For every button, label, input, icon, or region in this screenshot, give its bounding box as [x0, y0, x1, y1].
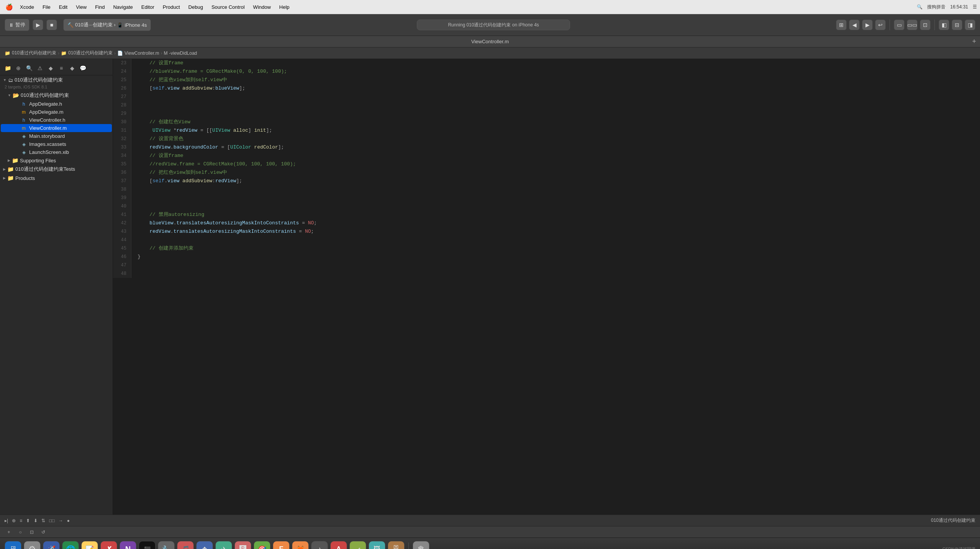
add-tab-button[interactable]: + — [972, 38, 976, 46]
menu-editor[interactable]: Editor — [138, 3, 158, 11]
dock-app4[interactable]: 🎯 — [254, 541, 270, 549]
breadcrumb-item-2[interactable]: 📄 ViewController.m — [117, 51, 159, 56]
sidebar-group-tests[interactable]: ▶ 📁 010通过代码创建约束Tests — [0, 165, 113, 174]
stop-button[interactable]: ⏸ 暂停 — [5, 19, 29, 31]
breadcrumb-item-3[interactable]: M -viewDidLoad — [164, 51, 197, 56]
sidebar-group-main[interactable]: ▼ 📂 010通过代码创建约束 — [0, 91, 113, 100]
sidebar-project-root[interactable]: ▼ 🗂 010通过代码创建约束 — [0, 75, 113, 85]
sidebar-test-icon[interactable]: ◆ — [46, 64, 55, 73]
menu-edit[interactable]: Edit — [55, 3, 71, 11]
debug-layout-btn[interactable]: □□ — [49, 518, 55, 523]
nav-back-icon[interactable]: ◀ — [849, 20, 860, 30]
apple-menu[interactable]: 🍎 — [3, 3, 15, 11]
dock-trash[interactable]: 🗑 — [413, 541, 429, 549]
dock-finder[interactable]: 🖥 — [5, 541, 21, 549]
debug-add-btn[interactable]: ⊕ — [12, 518, 16, 523]
breadcrumb-item-0[interactable]: 📁 010通过代码创建约束 — [5, 50, 56, 56]
dock-launchpad[interactable]: 🚀 — [43, 541, 60, 549]
sidebar-item-viewcontroller-h[interactable]: h ViewController.h — [1, 116, 112, 124]
dock-app8[interactable]: ⊿ — [349, 541, 366, 549]
line-content-35: //redView.frame = CGRectMake(100, 100, 1… — [131, 160, 980, 168]
dock-filezilla[interactable]: F — [273, 541, 290, 549]
menu-source-control[interactable]: Source Control — [208, 3, 249, 11]
sidebar-breakpoint-icon[interactable]: ◆ — [67, 64, 77, 73]
debug-location-btn[interactable]: → — [59, 518, 63, 523]
sidebar-search-icon[interactable]: 🔍 — [25, 64, 34, 73]
menu-product[interactable]: Product — [159, 3, 184, 11]
debug-continue-btn[interactable]: ▸| — [5, 518, 8, 523]
history-button[interactable]: ○ — [16, 528, 25, 536]
filter-button[interactable]: ⊡ — [28, 528, 36, 536]
scheme-selector[interactable]: 🔨 010通···创建约束 › 📱 iPhone 4s — [63, 19, 151, 31]
navigator-toggle-icon[interactable]: ◧ — [939, 20, 949, 30]
input-method-icon[interactable]: 🔍 — [917, 4, 923, 10]
method-icon: M — [164, 51, 168, 56]
menu-file[interactable]: File — [39, 3, 54, 11]
inspector-toggle-icon[interactable]: ◨ — [965, 20, 975, 30]
debug-list-btn[interactable]: ≡ — [20, 518, 22, 523]
menu-icon[interactable]: ☰ — [973, 4, 977, 10]
menu-debug[interactable]: Debug — [185, 3, 207, 11]
code-editor[interactable]: 23 // 设置frame 24 //blueView.frame = CGRe… — [113, 59, 980, 515]
debug-record-btn[interactable]: ● — [67, 518, 70, 523]
dock-terminal[interactable]: ⬛ — [139, 541, 156, 549]
sidebar-warning-icon[interactable]: ⚠ — [35, 64, 44, 73]
menu-window[interactable]: Window — [249, 3, 275, 11]
sidebar-navigator-icon[interactable]: 📁 — [3, 64, 12, 73]
dock-app9[interactable]: 🗄 — [388, 541, 405, 549]
code-line-28: 28 — [113, 101, 980, 109]
breadcrumb-item-1[interactable]: 📁 010通过代码创建约束 — [61, 50, 113, 56]
build-stop-icon: ■ — [50, 22, 53, 28]
dock-app2[interactable]: ✈ — [215, 541, 232, 549]
sidebar-item-appdelegate-h[interactable]: h AppDelegate.h — [1, 100, 112, 108]
debug-step-out-btn[interactable]: ⇅ — [41, 518, 45, 523]
sidebar-source-icon[interactable]: ⊕ — [14, 64, 23, 73]
line-num-31: 31 — [113, 126, 131, 135]
layout-grid-icon[interactable]: ⊞ — [836, 20, 847, 30]
dock-notes[interactable]: 📝 — [81, 541, 98, 549]
code-line-44: 44 — [113, 236, 980, 244]
dock-app1[interactable]: ❖ — [196, 541, 213, 549]
sidebar-group-products[interactable]: ▶ 📁 Products — [0, 174, 113, 182]
dock-app6[interactable]: ♪ — [311, 541, 328, 549]
version-editor-icon[interactable]: ⊡ — [920, 20, 931, 30]
debug-toggle-icon[interactable]: ⊟ — [952, 20, 962, 30]
sidebar-group-supporting[interactable]: ▶ 📁 Supporting Files — [0, 156, 113, 165]
sidebar-debug-icon[interactable]: ≡ — [57, 64, 66, 73]
dock-xcodeext[interactable]: ✗ — [100, 541, 117, 549]
menu-help[interactable]: Help — [275, 3, 293, 11]
dock-preview[interactable]: 🖼 — [369, 541, 385, 549]
dock-app5[interactable]: 🦊 — [292, 541, 309, 549]
add-file-button[interactable]: + — [5, 528, 13, 536]
dock-sysprefs[interactable]: ⚙ — [24, 541, 41, 549]
sidebar-item-launchscreen-xib[interactable]: ◈ LaunchScreen.xib — [1, 148, 112, 156]
dock-app3[interactable]: 🅿 — [234, 541, 251, 549]
menu-xcode[interactable]: Xcode — [16, 3, 38, 11]
project-icon: 🗂 — [8, 77, 13, 83]
sidebar-report-icon[interactable]: 💬 — [78, 64, 87, 73]
run-button[interactable]: ▶ — [33, 20, 43, 30]
debug-step-into-btn[interactable]: ⬇ — [34, 518, 38, 523]
nav-home-icon[interactable]: ↩ — [875, 20, 886, 30]
menu-navigate[interactable]: Navigate — [109, 3, 136, 11]
file-name-viewcontroller-h: ViewController.h — [29, 117, 109, 123]
refresh-button[interactable]: ↺ — [39, 528, 48, 536]
dock-safari[interactable]: 🌐 — [62, 541, 79, 549]
menu-find[interactable]: Find — [91, 3, 108, 11]
nav-forward-icon[interactable]: ▶ — [862, 20, 873, 30]
dock-app7[interactable]: A — [330, 541, 347, 549]
split-editor-icon[interactable]: ▭▭ — [907, 20, 918, 30]
dock-music[interactable]: 🎵 — [177, 541, 194, 549]
line-content-43: redView.translatesAutoresizingMaskIntoCo… — [131, 227, 980, 236]
debug-step-over-btn[interactable]: ⬆ — [26, 518, 30, 523]
menu-view[interactable]: View — [72, 3, 90, 11]
build-stop-button[interactable]: ■ — [46, 20, 57, 30]
sidebar-item-viewcontroller-m[interactable]: m ViewController.m — [1, 124, 112, 132]
dock-tools[interactable]: 🔧 — [158, 541, 175, 549]
sidebar-item-appdelegate-m[interactable]: m AppDelegate.m — [1, 108, 112, 116]
sidebar-item-images-xcassets[interactable]: ◈ Images.xcassets — [1, 140, 112, 148]
sidebar-item-main-storyboard[interactable]: ◈ Main.storyboard — [1, 132, 112, 140]
active-tab-title[interactable]: ViewController.m — [471, 39, 509, 44]
dock-onenote[interactable]: N — [120, 541, 136, 549]
single-editor-icon[interactable]: ▭ — [894, 20, 905, 30]
